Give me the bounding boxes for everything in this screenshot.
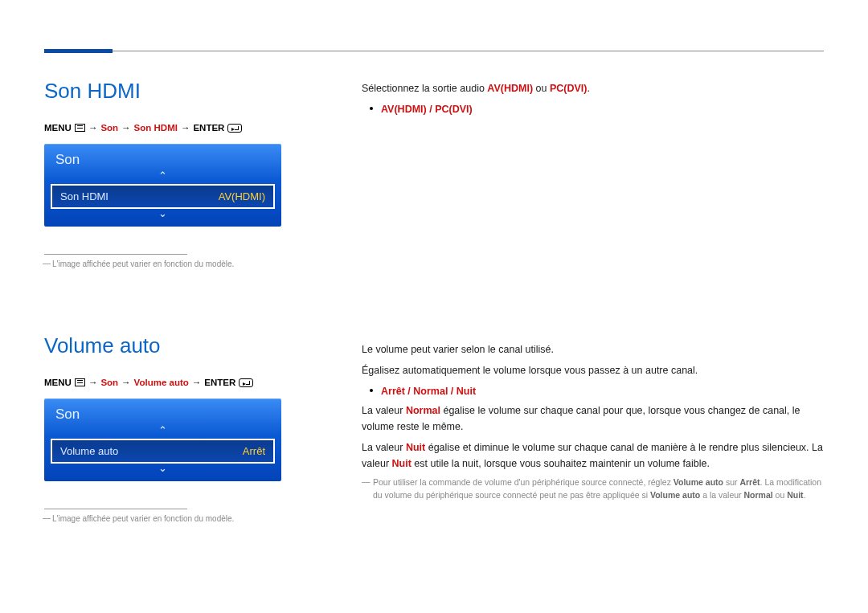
section-title: Son HDMI bbox=[44, 79, 326, 104]
enter-icon bbox=[227, 124, 242, 133]
osd-panel: Son ⌃ Son HDMI AV(HDMI) ⌄ bbox=[44, 144, 281, 227]
breadcrumb-enter: ENTER bbox=[193, 123, 224, 133]
footnote: L'image affichée peut varier en fonction… bbox=[44, 514, 326, 523]
text-emphasis: Normal bbox=[406, 405, 440, 416]
osd-row[interactable]: Volume auto Arrêt bbox=[51, 439, 275, 464]
footnote: L'image affichée peut varier en fonction… bbox=[44, 260, 326, 268]
osd-row-value: AV(HDMI) bbox=[219, 190, 265, 202]
enter-icon bbox=[239, 378, 253, 387]
text: . bbox=[804, 490, 806, 500]
section-title: Volume auto bbox=[44, 333, 326, 358]
breadcrumb: MENU → Son → Volume auto → ENTER bbox=[44, 378, 326, 387]
section-sonhdmi-left: Son HDMI MENU → Son → Son HDMI → ENTER S… bbox=[44, 79, 326, 268]
header-rule bbox=[44, 51, 824, 51]
text-emphasis: Nuit bbox=[392, 458, 411, 469]
text-emphasis: Arrêt bbox=[739, 477, 760, 487]
text: ou bbox=[533, 83, 550, 94]
osd-title: Son bbox=[44, 144, 281, 171]
text-emphasis: / bbox=[448, 386, 456, 397]
breadcrumb-part: Son bbox=[100, 378, 118, 387]
text-emphasis: PC(DVI) bbox=[435, 104, 473, 115]
breadcrumb-part: Volume auto bbox=[134, 378, 189, 387]
text: a la valeur bbox=[700, 490, 743, 500]
osd-row-label: Volume auto bbox=[60, 445, 118, 457]
section-sonhdmi-body: Sélectionnez la sortie audio AV(HDMI) ou… bbox=[362, 80, 824, 121]
text-emphasis: / bbox=[427, 104, 435, 115]
breadcrumb-enter: ENTER bbox=[204, 378, 235, 387]
bullet-icon bbox=[370, 389, 373, 392]
bullet-text: AV(HDMI) / PC(DVI) bbox=[381, 101, 473, 117]
arrow-icon: → bbox=[121, 123, 131, 133]
bullet-item: AV(HDMI) / PC(DVI) bbox=[362, 101, 824, 117]
text: La valeur bbox=[362, 442, 406, 453]
text-emphasis: Normal bbox=[744, 490, 773, 500]
bullet-item: Arrêt / Normal / Nuit bbox=[362, 383, 824, 399]
divider bbox=[44, 254, 187, 255]
text-emphasis: Normal bbox=[413, 386, 448, 397]
breadcrumb-part: Son HDMI bbox=[134, 123, 178, 133]
chevron-up-icon[interactable]: ⌃ bbox=[44, 426, 281, 439]
osd-row-value: Arrêt bbox=[243, 445, 265, 457]
text-emphasis: AV(HDMI) bbox=[487, 83, 533, 94]
body-line: La valeur Nuit égalise et diminue le vol… bbox=[362, 439, 824, 472]
section-volumeauto-body: Le volume peut varier selon le canal uti… bbox=[362, 341, 824, 502]
arrow-icon: → bbox=[181, 123, 190, 133]
text-emphasis: Nuit bbox=[457, 386, 476, 397]
section-volumeauto-left: Volume auto MENU → Son → Volume auto → E… bbox=[44, 333, 326, 523]
breadcrumb: MENU → Son → Son HDMI → ENTER bbox=[44, 123, 326, 133]
text: . bbox=[587, 83, 589, 94]
breadcrumb-part: Son bbox=[100, 123, 118, 133]
text-emphasis: PC(DVI) bbox=[550, 83, 588, 94]
divider bbox=[44, 509, 187, 509]
menu-icon bbox=[75, 124, 85, 132]
arrow-icon: → bbox=[121, 378, 131, 387]
body-line: La valeur Normal égalise le volume sur c… bbox=[362, 403, 824, 435]
osd-row-label: Son HDMI bbox=[60, 190, 108, 202]
text-emphasis: AV(HDMI) bbox=[381, 104, 427, 115]
menu-icon bbox=[75, 378, 85, 386]
body-line: Le volume peut varier selon le canal uti… bbox=[362, 341, 824, 358]
chevron-down-icon[interactable]: ⌄ bbox=[44, 464, 281, 476]
text-emphasis: Nuit bbox=[787, 490, 803, 500]
text: sur bbox=[723, 477, 739, 487]
osd-title: Son bbox=[44, 398, 281, 426]
osd-panel: Son ⌃ Volume auto Arrêt ⌄ bbox=[44, 398, 281, 481]
text-emphasis: Arrêt bbox=[381, 386, 405, 397]
chevron-up-icon[interactable]: ⌃ bbox=[44, 171, 281, 184]
footnote: Pour utiliser la commande de volume d'un… bbox=[362, 476, 824, 502]
text: La valeur bbox=[362, 405, 406, 416]
breadcrumb-menu: MENU bbox=[44, 123, 72, 133]
text-emphasis: Volume auto bbox=[650, 490, 700, 500]
breadcrumb-menu: MENU bbox=[44, 378, 72, 387]
text: Pour utiliser la commande de volume d'un… bbox=[373, 477, 674, 487]
arrow-icon: → bbox=[88, 378, 98, 387]
bullet-text: Arrêt / Normal / Nuit bbox=[381, 383, 476, 399]
text: Sélectionnez la sortie audio bbox=[362, 83, 487, 94]
body-line: Sélectionnez la sortie audio AV(HDMI) ou… bbox=[362, 80, 824, 96]
header-accent bbox=[44, 49, 113, 53]
arrow-icon: → bbox=[88, 123, 98, 133]
bullet-icon bbox=[370, 107, 373, 110]
chevron-down-icon[interactable]: ⌄ bbox=[44, 209, 281, 222]
text: est utile la nuit, lorsque vous souhaite… bbox=[411, 458, 710, 469]
body-line: Égalisez automatiquement le volume lorsq… bbox=[362, 362, 824, 378]
arrow-icon: → bbox=[192, 378, 202, 387]
text-emphasis: / bbox=[405, 386, 413, 397]
text-emphasis: Nuit bbox=[406, 442, 425, 453]
text-emphasis: Volume auto bbox=[674, 477, 723, 487]
text: ou bbox=[773, 490, 788, 500]
osd-row[interactable]: Son HDMI AV(HDMI) bbox=[51, 184, 275, 209]
